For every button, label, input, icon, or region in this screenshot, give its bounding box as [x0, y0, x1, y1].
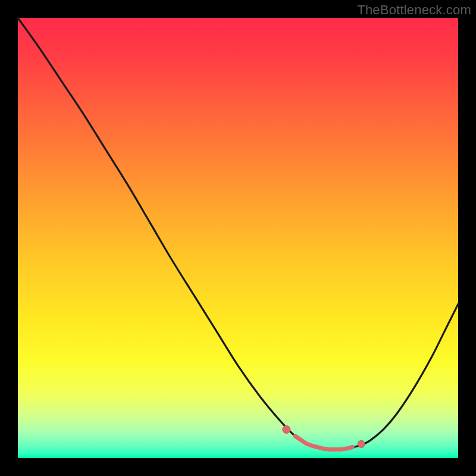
watermark-text: TheBottleneck.com [357, 2, 471, 18]
marker-left [283, 425, 290, 433]
bottleneck-curve [18, 18, 458, 450]
marker-right [358, 440, 365, 447]
optimal-flat-segment [295, 436, 352, 449]
bottleneck-curve-svg [18, 18, 458, 458]
